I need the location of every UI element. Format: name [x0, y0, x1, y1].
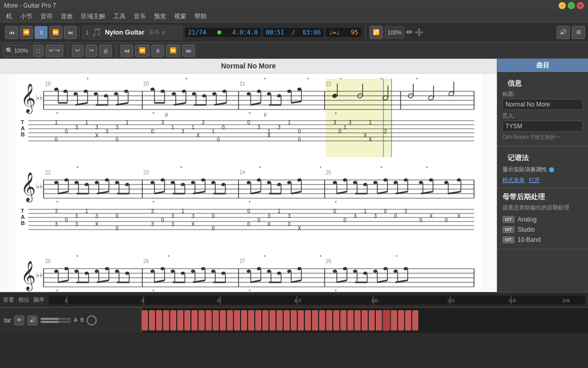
transport-start[interactable]: ⏮: [5, 26, 18, 39]
style-sheet-link[interactable]: 样式表单: [502, 176, 525, 184]
menu-item-ji[interactable]: 机: [2, 11, 16, 22]
master-item-10band[interactable]: MT 10-Band: [502, 235, 583, 245]
svg-point-50: [266, 92, 271, 96]
open-link[interactable]: 打开: [529, 176, 540, 184]
nav-play-btn[interactable]: ⏸: [151, 45, 164, 57]
svg-text:3: 3: [161, 120, 164, 125]
master-item-studio[interactable]: MT Studio: [502, 225, 583, 235]
svg-point-198: [297, 178, 301, 182]
track-block-3: [156, 310, 162, 330]
svg-point-148: [64, 178, 68, 182]
svg-text:0: 0: [384, 208, 387, 214]
title-input[interactable]: [502, 99, 583, 110]
master-item-analog[interactable]: MT Analog: [502, 214, 583, 225]
svg-text:X: X: [267, 133, 270, 138]
track-visibility-btn[interactable]: 👁: [14, 315, 24, 325]
redo-btn[interactable]: ↪: [86, 45, 97, 57]
svg-point-52: [277, 94, 281, 98]
svg-text:3: 3: [191, 213, 194, 219]
transport-back[interactable]: ⏪: [20, 26, 33, 39]
score-content[interactable]: 𝄞 ♭♭ 19 20: [0, 73, 497, 291]
track-block-20: [277, 310, 283, 330]
minimize-button[interactable]: −: [559, 2, 566, 9]
svg-point-348: [256, 267, 261, 271]
artist-input[interactable]: [502, 121, 583, 132]
svg-line-49: [251, 103, 261, 105]
track-block-26: [319, 310, 325, 330]
svg-text:*: *: [426, 166, 428, 171]
menu-item-gongju[interactable]: 工具: [109, 11, 130, 22]
track-fader-b[interactable]: [41, 321, 71, 323]
nav-prev-btn[interactable]: ⏪: [135, 45, 149, 57]
menu-item-yinfu[interactable]: 音符: [36, 11, 57, 22]
timeline-bar[interactable]: 1 4 8 12 16 20 24 28: [49, 296, 585, 305]
svg-point-313: [84, 271, 89, 275]
svg-point-158: [104, 178, 109, 182]
transport-forward[interactable]: ⏩: [49, 26, 62, 39]
svg-text:1: 1: [85, 120, 88, 125]
notation-toggle[interactable]: [549, 167, 554, 172]
track-block-27: [326, 310, 332, 330]
svg-text:1: 1: [364, 208, 367, 214]
track-block-28: [333, 310, 339, 330]
track-lane[interactable]: [142, 308, 588, 333]
tab-area-row1: T A B 1 0 3 1 3 3 3: [21, 112, 474, 142]
nav-end-btn[interactable]: ⏭: [182, 45, 195, 57]
measure-position: 21/74: [188, 29, 206, 36]
menu-item-quyu[interactable]: 区域主解: [77, 11, 109, 22]
loop-button[interactable]: 🔁: [370, 26, 383, 39]
menu-item-bangzhu[interactable]: 帮助: [190, 11, 211, 22]
track-pan-knob[interactable]: [87, 315, 97, 325]
menu-item-yulan[interactable]: 预览: [150, 11, 170, 22]
measure-num-21: 21: [240, 81, 246, 87]
ornament-4: *: [307, 77, 309, 83]
track-sound-btn[interactable]: 🔊: [27, 315, 37, 325]
svg-point-326: [150, 269, 154, 273]
loop-mode-btn[interactable]: ↩ ↪: [46, 45, 63, 57]
print-btn[interactable]: 🖨: [99, 45, 112, 57]
svg-point-358: [297, 267, 301, 271]
nav-start-btn[interactable]: ⏮: [121, 45, 133, 57]
svg-text:*: *: [335, 289, 337, 291]
transport-end[interactable]: ⏭: [64, 26, 77, 39]
svg-point-30: [171, 92, 176, 96]
svg-point-346: [246, 269, 251, 273]
undo-btn[interactable]: ↩: [72, 45, 84, 57]
toolbar-zoom[interactable]: 🔍 100%: [3, 45, 31, 57]
tempo-display: ♩=♩ 95: [326, 28, 361, 37]
track-name: Nylon Guitar: [105, 28, 144, 36]
svg-point-226: [444, 180, 448, 185]
page-mode-btn[interactable]: □: [33, 45, 44, 57]
grid-button[interactable]: ⊞: [572, 26, 585, 39]
hint-text: Ctrl+Return 可建立新的一: [502, 134, 583, 141]
tempo-value: 95: [351, 29, 358, 36]
svg-text:T: T: [21, 208, 24, 214]
notation-links: 样式表单 打开: [502, 176, 583, 184]
score-area[interactable]: Normal No More 𝄞 ♭♭: [0, 59, 497, 292]
close-button[interactable]: ×: [577, 2, 584, 9]
svg-text:3: 3: [75, 125, 78, 130]
track-fader-a[interactable]: [41, 318, 71, 320]
maximize-button[interactable]: □: [568, 2, 575, 9]
menu-item-xiaojie[interactable]: 小节: [16, 11, 36, 22]
ornament-1: *: [87, 77, 89, 83]
transport-play-pause[interactable]: ⏸: [34, 26, 48, 39]
menu-item-yinxiao[interactable]: 音效: [57, 11, 77, 22]
svg-text:25: 25: [326, 170, 332, 175]
panel-tab[interactable]: 曲目: [497, 59, 588, 72]
mixer-button[interactable]: 🔊: [557, 26, 570, 39]
svg-point-5: [54, 87, 58, 91]
track-block-14: [234, 310, 240, 330]
measure-num-22: 22: [326, 81, 332, 87]
score-svg: 𝄞 ♭♭ 19 20: [16, 73, 482, 291]
menu-item-yinyue[interactable]: 音乐: [130, 11, 150, 22]
master-title: 母带后期处理: [502, 193, 583, 202]
svg-text:T: T: [21, 119, 24, 125]
menu-item-shichuang[interactable]: 视窗: [170, 11, 190, 22]
svg-text:3: 3: [55, 222, 58, 227]
svg-text:*: *: [396, 254, 398, 260]
edit-plus[interactable]: ➕: [415, 28, 423, 36]
nav-next-btn[interactable]: ⏩: [166, 45, 180, 57]
edit-pencil[interactable]: ✏: [406, 27, 413, 37]
svg-text:3: 3: [348, 120, 351, 125]
